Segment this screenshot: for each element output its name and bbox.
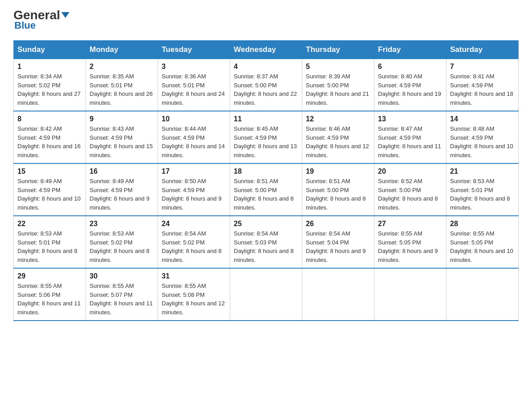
day-info: Sunrise: 8:37 AMSunset: 5:00 PMDaylight:… (234, 73, 297, 106)
day-info: Sunrise: 8:55 AMSunset: 5:05 PMDaylight:… (450, 230, 513, 263)
day-info: Sunrise: 8:47 AMSunset: 4:59 PMDaylight:… (378, 125, 441, 158)
day-cell: 6Sunrise: 8:40 AMSunset: 4:59 PMDaylight… (374, 59, 446, 111)
day-number: 20 (378, 167, 442, 176)
logo: General Blue (13, 9, 69, 31)
day-info: Sunrise: 8:49 AMSunset: 4:59 PMDaylight:… (17, 178, 81, 211)
day-number: 28 (450, 220, 515, 228)
day-cell: 26Sunrise: 8:54 AMSunset: 5:04 PMDayligh… (302, 216, 374, 268)
day-cell: 19Sunrise: 8:51 AMSunset: 5:00 PMDayligh… (302, 163, 374, 216)
week-row-3: 15Sunrise: 8:49 AMSunset: 4:59 PMDayligh… (14, 163, 519, 216)
day-number: 18 (234, 167, 298, 176)
day-cell: 28Sunrise: 8:55 AMSunset: 5:05 PMDayligh… (446, 216, 519, 268)
day-number: 14 (450, 115, 515, 123)
day-cell: 3Sunrise: 8:36 AMSunset: 5:01 PMDaylight… (158, 59, 230, 111)
day-info: Sunrise: 8:55 AMSunset: 5:05 PMDaylight:… (378, 230, 438, 263)
day-number: 25 (234, 220, 298, 228)
day-cell: 16Sunrise: 8:49 AMSunset: 4:59 PMDayligh… (86, 163, 158, 216)
header-tuesday: Tuesday (158, 41, 230, 59)
day-info: Sunrise: 8:54 AMSunset: 5:04 PMDaylight:… (306, 230, 366, 263)
day-number: 22 (17, 220, 82, 228)
day-number: 31 (162, 272, 226, 280)
day-cell: 18Sunrise: 8:51 AMSunset: 5:00 PMDayligh… (230, 163, 302, 216)
day-cell: 4Sunrise: 8:37 AMSunset: 5:00 PMDaylight… (230, 59, 302, 111)
day-info: Sunrise: 8:34 AMSunset: 5:02 PMDaylight:… (17, 73, 81, 106)
header-thursday: Thursday (302, 41, 374, 59)
day-number: 11 (234, 115, 298, 123)
day-number: 6 (378, 63, 442, 71)
day-info: Sunrise: 8:36 AMSunset: 5:01 PMDaylight:… (162, 73, 225, 106)
day-cell: 7Sunrise: 8:41 AMSunset: 4:59 PMDaylight… (446, 59, 519, 111)
day-cell (446, 268, 519, 321)
day-number: 27 (378, 220, 442, 228)
calendar-header-row: SundayMondayTuesdayWednesdayThursdayFrid… (14, 41, 519, 59)
day-info: Sunrise: 8:46 AMSunset: 4:59 PMDaylight:… (306, 125, 369, 158)
day-cell: 14Sunrise: 8:48 AMSunset: 4:59 PMDayligh… (446, 111, 519, 163)
header-saturday: Saturday (446, 41, 519, 59)
day-cell: 10Sunrise: 8:44 AMSunset: 4:59 PMDayligh… (158, 111, 230, 163)
day-number: 23 (90, 220, 154, 228)
day-number: 29 (17, 272, 82, 280)
day-cell: 20Sunrise: 8:52 AMSunset: 5:00 PMDayligh… (374, 163, 446, 216)
day-cell: 30Sunrise: 8:55 AMSunset: 5:07 PMDayligh… (86, 268, 158, 321)
day-info: Sunrise: 8:54 AMSunset: 5:03 PMDaylight:… (234, 230, 294, 263)
day-cell: 8Sunrise: 8:42 AMSunset: 4:59 PMDaylight… (14, 111, 86, 163)
day-info: Sunrise: 8:44 AMSunset: 4:59 PMDaylight:… (162, 125, 225, 158)
week-row-5: 29Sunrise: 8:55 AMSunset: 5:06 PMDayligh… (14, 268, 519, 321)
week-row-4: 22Sunrise: 8:53 AMSunset: 5:01 PMDayligh… (14, 216, 519, 268)
day-number: 24 (162, 220, 226, 228)
day-cell: 13Sunrise: 8:47 AMSunset: 4:59 PMDayligh… (374, 111, 446, 163)
day-cell: 22Sunrise: 8:53 AMSunset: 5:01 PMDayligh… (14, 216, 86, 268)
day-number: 15 (17, 167, 82, 176)
logo-line2: Blue (13, 20, 36, 31)
day-info: Sunrise: 8:41 AMSunset: 4:59 PMDaylight:… (450, 73, 513, 106)
day-number: 8 (17, 115, 82, 123)
day-cell: 29Sunrise: 8:55 AMSunset: 5:06 PMDayligh… (14, 268, 86, 321)
header-wednesday: Wednesday (230, 41, 302, 59)
day-cell: 17Sunrise: 8:50 AMSunset: 4:59 PMDayligh… (158, 163, 230, 216)
day-number: 12 (306, 115, 370, 123)
day-number: 7 (450, 63, 515, 71)
day-cell: 11Sunrise: 8:45 AMSunset: 4:59 PMDayligh… (230, 111, 302, 163)
day-cell: 31Sunrise: 8:55 AMSunset: 5:08 PMDayligh… (158, 268, 230, 321)
day-number: 21 (450, 167, 515, 176)
day-info: Sunrise: 8:51 AMSunset: 5:00 PMDaylight:… (306, 178, 366, 211)
week-row-2: 8Sunrise: 8:42 AMSunset: 4:59 PMDaylight… (14, 111, 519, 163)
day-cell: 12Sunrise: 8:46 AMSunset: 4:59 PMDayligh… (302, 111, 374, 163)
day-info: Sunrise: 8:51 AMSunset: 5:00 PMDaylight:… (234, 178, 294, 211)
day-info: Sunrise: 8:49 AMSunset: 4:59 PMDaylight:… (90, 178, 150, 211)
page-header: General Blue (13, 9, 519, 31)
day-number: 3 (162, 63, 226, 71)
day-info: Sunrise: 8:53 AMSunset: 5:02 PMDaylight:… (90, 230, 150, 263)
day-cell: 27Sunrise: 8:55 AMSunset: 5:05 PMDayligh… (374, 216, 446, 268)
day-number: 10 (162, 115, 226, 123)
day-info: Sunrise: 8:55 AMSunset: 5:06 PMDaylight:… (17, 283, 81, 316)
day-info: Sunrise: 8:55 AMSunset: 5:08 PMDaylight:… (162, 283, 225, 316)
day-number: 9 (90, 115, 154, 123)
day-info: Sunrise: 8:35 AMSunset: 5:01 PMDaylight:… (90, 73, 153, 106)
day-cell: 1Sunrise: 8:34 AMSunset: 5:02 PMDaylight… (14, 59, 86, 111)
day-info: Sunrise: 8:48 AMSunset: 4:59 PMDaylight:… (450, 125, 513, 158)
day-number: 19 (306, 167, 370, 176)
day-cell (374, 268, 446, 321)
day-number: 30 (90, 272, 154, 280)
day-info: Sunrise: 8:52 AMSunset: 5:00 PMDaylight:… (378, 178, 438, 211)
day-info: Sunrise: 8:42 AMSunset: 4:59 PMDaylight:… (17, 125, 81, 158)
header-friday: Friday (374, 41, 446, 59)
day-info: Sunrise: 8:55 AMSunset: 5:07 PMDaylight:… (90, 283, 153, 316)
day-cell (302, 268, 374, 321)
week-row-1: 1Sunrise: 8:34 AMSunset: 5:02 PMDaylight… (14, 59, 519, 111)
day-info: Sunrise: 8:40 AMSunset: 4:59 PMDaylight:… (378, 73, 441, 106)
day-cell: 24Sunrise: 8:54 AMSunset: 5:02 PMDayligh… (158, 216, 230, 268)
day-info: Sunrise: 8:43 AMSunset: 4:59 PMDaylight:… (90, 125, 153, 158)
day-cell: 5Sunrise: 8:39 AMSunset: 5:00 PMDaylight… (302, 59, 374, 111)
day-number: 26 (306, 220, 370, 228)
day-info: Sunrise: 8:54 AMSunset: 5:02 PMDaylight:… (162, 230, 222, 263)
day-cell: 2Sunrise: 8:35 AMSunset: 5:01 PMDaylight… (86, 59, 158, 111)
day-number: 17 (162, 167, 226, 176)
day-cell: 25Sunrise: 8:54 AMSunset: 5:03 PMDayligh… (230, 216, 302, 268)
day-number: 16 (90, 167, 154, 176)
day-info: Sunrise: 8:50 AMSunset: 4:59 PMDaylight:… (162, 178, 222, 211)
header-sunday: Sunday (14, 41, 86, 59)
day-info: Sunrise: 8:39 AMSunset: 5:00 PMDaylight:… (306, 73, 369, 106)
header-monday: Monday (86, 41, 158, 59)
